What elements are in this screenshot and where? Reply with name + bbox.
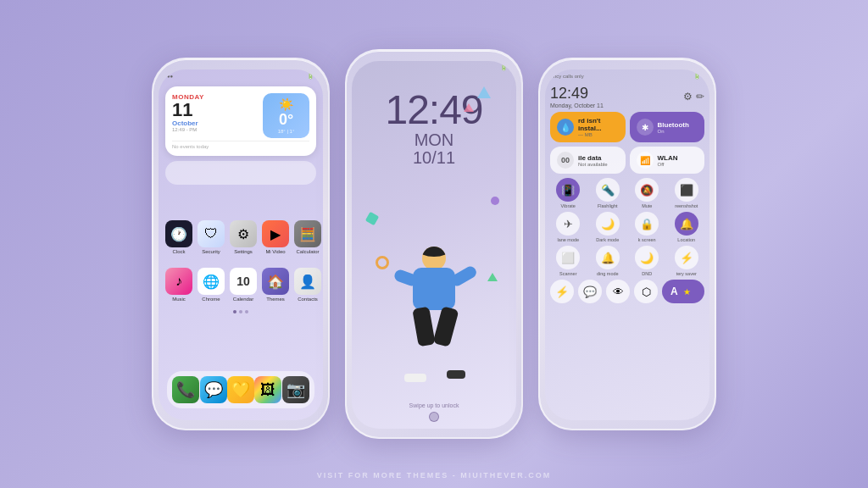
mute-label: Mute — [642, 203, 652, 208]
widget-area: MONDAY 11 October 12:49 - PM ☀️ 0° 18° |… — [159, 81, 323, 190]
cc-tiles-row2: 00 ile data Not available 📶 WLAN Off — [550, 147, 704, 174]
control-center: 12:49 Monday, October 11 ⚙ ✏ 💧 rd isn't … — [545, 81, 709, 307]
calculator-icon: 🧮 — [294, 220, 321, 247]
chrome-label: Chrome — [202, 297, 220, 302]
cc-bottom-row: ⚡ 💬 👁 ⬡ A ★ — [550, 280, 704, 303]
cc-btn-flashlight[interactable]: 🔦 Flashlight — [590, 178, 626, 208]
reading-label: ding mode — [597, 271, 619, 276]
app-grid-row1: 🕐 Clock 🛡 Security ⚙ Settings ▶ Mi Video… — [159, 215, 323, 259]
cc-btn-mute[interactable]: 🔕 Mute — [629, 178, 665, 208]
cc-tile-data[interactable]: 00 ile data Not available — [550, 147, 626, 174]
mute-icon: 🔕 — [635, 178, 659, 202]
data-tile-icon: 00 — [557, 152, 574, 169]
status-bar-left: ●● 🔋 — [159, 69, 323, 81]
dock-phone[interactable]: 📞 — [172, 376, 199, 403]
vibrate-label: Vibrate — [561, 203, 576, 208]
cc-btn-reading[interactable]: 🔔 ding mode — [590, 246, 626, 276]
cc-bottom-hex[interactable]: ⬡ — [634, 280, 658, 303]
app-security[interactable]: 🛡 Security — [198, 220, 225, 254]
cc-header-icons: ⚙ ✏ — [683, 91, 704, 103]
cc-header: 12:49 Monday, October 11 ⚙ ✏ — [550, 85, 704, 108]
screen-left: ●● 🔋 MONDAY 11 October 12:49 - PM — [159, 69, 323, 420]
second-widget — [165, 161, 316, 185]
app-chrome[interactable]: 🌐 Chrome — [198, 268, 225, 302]
no-events: No events today — [172, 141, 309, 149]
dnd-label: DND — [642, 271, 652, 276]
star-icon: ★ — [683, 287, 691, 297]
data-tile-text: ile data Not available — [578, 154, 619, 167]
bluetooth-tile-text: Bluetooth On — [658, 121, 698, 134]
app-music[interactable]: ♪ Music — [165, 268, 192, 302]
battery-label: tery saver — [676, 271, 697, 276]
cc-btn-vibrate[interactable]: 📳 Vibrate — [550, 178, 587, 208]
music-label: Music — [172, 297, 186, 302]
contacts-label: Contacts — [298, 297, 318, 302]
char-leg-left — [412, 307, 436, 347]
app-calculator[interactable]: 🧮 Calculator — [294, 220, 321, 254]
battery-icon-right: 🔋 — [693, 73, 701, 80]
vibrate-icon: 📳 — [556, 178, 580, 202]
cc-btn-dnd[interactable]: 🌙 DND — [629, 246, 665, 276]
settings-label: Settings — [234, 249, 253, 254]
dot-3 — [245, 310, 248, 313]
reading-icon: 🔔 — [596, 246, 620, 269]
app-grid-row2: ♪ Music 🌐 Chrome 10 Calendar 🏠 Themes 👤 — [159, 263, 323, 307]
cc-tile-bluetooth[interactable]: ✱ Bluetooth On — [630, 112, 705, 142]
app-settings[interactable]: ⚙ Settings — [230, 220, 257, 254]
cc-bottom-chat[interactable]: 💬 — [578, 280, 602, 303]
cc-btn-battery[interactable]: ⚡ tery saver — [669, 246, 705, 276]
battery-saver-icon: ⚡ — [675, 246, 698, 269]
cc-btn-location[interactable]: 🔔 Location — [669, 212, 705, 242]
airplane-label: lane mode — [557, 237, 579, 242]
char-shoe-right — [447, 370, 465, 379]
dock-messages[interactable]: 💬 — [200, 376, 227, 403]
cc-tile-storage[interactable]: 💧 rd isn't instal... — MB — [550, 112, 626, 142]
temp-value: 0° — [270, 111, 303, 129]
screen-right: ncy calls only 🔋 12:49 Monday, October 1… — [545, 69, 709, 420]
bluetooth-tile-icon: ✱ — [637, 119, 654, 136]
dock-photos[interactable]: 🖼 — [254, 376, 281, 403]
cc-tile-wlan[interactable]: 📶 WLAN Off — [630, 147, 705, 174]
dnd-icon: 🌙 — [635, 246, 659, 269]
bluetooth-title: Bluetooth — [658, 121, 698, 129]
app-contacts[interactable]: 👤 Contacts — [294, 268, 321, 302]
flashlight-icon: 🔦 — [596, 178, 620, 202]
cc-btn-darkmode[interactable]: 🌙 Dark mode — [590, 212, 626, 242]
security-label: Security — [202, 249, 220, 254]
cc-bottom-eye[interactable]: 👁 — [606, 280, 630, 303]
cc-btn-screenshot[interactable]: ⬛ reenshshot — [669, 178, 705, 208]
cc-btn-airplane[interactable]: ✈ lane mode — [550, 212, 587, 242]
clock-date-display: 10/11 — [352, 149, 516, 166]
app-themes[interactable]: 🏠 Themes — [262, 268, 289, 302]
airplane-icon: ✈ — [556, 212, 580, 236]
dock-camera[interactable]: 📷 — [282, 376, 309, 403]
security-icon: 🛡 — [198, 220, 225, 247]
storage-tile-icon: 💧 — [557, 119, 574, 136]
cc-btn-scanner[interactable]: ⬜ Scanner — [550, 246, 587, 276]
app-mivideo[interactable]: ▶ Mi Video — [262, 220, 289, 254]
mivideo-label: Mi Video — [265, 249, 285, 254]
cc-btn-lockscreen[interactable]: 🔒 k screen — [629, 212, 665, 242]
clock-time-display: 12:49 — [352, 90, 516, 130]
a-icon-container: A ★ — [662, 280, 704, 303]
watermark: VISIT FOR MORE THEMES - MIUITHEVER.COM — [317, 471, 552, 480]
edit-icon-cc[interactable]: ✏ — [696, 91, 704, 103]
char-hair — [422, 247, 446, 257]
weather-widget[interactable]: MONDAY 11 October 12:49 - PM ☀️ 0° 18° |… — [165, 86, 316, 156]
page-dots — [159, 310, 323, 313]
home-indicator[interactable] — [429, 412, 439, 422]
char-arm-right — [449, 264, 479, 288]
location-label: Location — [677, 237, 695, 242]
char-shoe-left — [404, 374, 426, 382]
app-clock[interactable]: 🕐 Clock — [165, 220, 192, 254]
cc-bottom-flash[interactable]: ⚡ — [550, 280, 574, 303]
settings-icon-cc[interactable]: ⚙ — [683, 91, 693, 103]
cc-tiles-row1: 💧 rd isn't instal... — MB ✱ Bluetooth On — [550, 112, 704, 142]
app-calendar[interactable]: 10 Calendar — [230, 268, 257, 302]
dock-wallet[interactable]: 💛 — [227, 376, 254, 403]
storage-tile-text: rd isn't instal... — MB — [578, 117, 619, 137]
emergency-text: ncy calls only — [554, 74, 584, 79]
storage-title: rd isn't instal... — [578, 117, 619, 132]
clock-day-display: MON — [352, 130, 516, 149]
weather-sun-icon: ☀️ — [270, 97, 303, 111]
